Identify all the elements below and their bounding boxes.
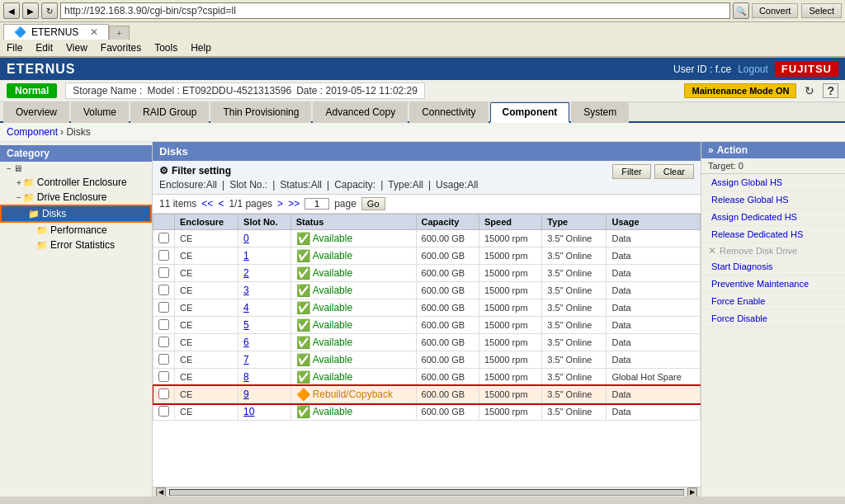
address-bar[interactable]: http://192.168.3.90/cgi-bin/csp?cspid=ll	[60, 2, 730, 19]
tab-bar: 🔷 ETERNUS ✕ +	[0, 22, 845, 40]
menu-edit[interactable]: Edit	[34, 41, 54, 54]
page-number-input[interactable]: 1	[304, 198, 329, 210]
row-speed: 15000 rpm	[479, 334, 541, 351]
slot-link[interactable]: 10	[243, 406, 254, 417]
sidebar-item-drive-enclosure[interactable]: − 📁 Drive Enclosure	[0, 190, 152, 205]
menu-tools[interactable]: Tools	[153, 41, 179, 54]
tab-overview[interactable]: Overview	[3, 102, 69, 123]
tab-connectivity[interactable]: Connectivity	[409, 102, 488, 123]
nav-prev[interactable]: <	[218, 198, 224, 210]
slot-link[interactable]: 6	[243, 337, 249, 348]
status-available-icon: ✅	[296, 284, 310, 297]
row-type: 3.5" Online	[542, 334, 607, 351]
filter-button[interactable]: Filter	[612, 164, 650, 179]
maintenance-mode-button[interactable]: Maintenance Mode ON	[684, 83, 796, 98]
horizontal-scrollbar[interactable]: ◀ ▶	[153, 487, 701, 497]
convert-button[interactable]: Convert	[752, 3, 799, 18]
action-assign-dedicated-hs[interactable]: Assign Dedicated HS	[701, 209, 845, 226]
menu-favorites[interactable]: Favorites	[99, 41, 143, 54]
row-type: 3.5" Online	[542, 369, 607, 386]
slot-link[interactable]: 4	[243, 302, 249, 313]
tab-close-icon[interactable]: ✕	[90, 26, 98, 38]
help-button[interactable]: ?	[823, 83, 838, 98]
nav-first[interactable]: <<	[201, 198, 213, 210]
breadcrumb-parent[interactable]: Component	[7, 126, 58, 138]
action-assign-global-hs[interactable]: Assign Global HS	[701, 174, 845, 191]
action-force-enable[interactable]: Force Enable	[701, 293, 845, 310]
sidebar-item-performance[interactable]: 📁 Performance	[0, 223, 152, 238]
tab-component[interactable]: Component	[490, 102, 570, 123]
row-usage: Data	[607, 334, 701, 351]
row-checkbox[interactable]	[158, 406, 169, 417]
tab-system[interactable]: System	[571, 102, 629, 123]
row-checkbox[interactable]	[158, 302, 169, 313]
slot-link[interactable]: 1	[243, 250, 249, 261]
row-checkbox[interactable]	[158, 371, 169, 382]
row-checkbox-cell	[153, 299, 175, 317]
browser-tab-eternus[interactable]: 🔷 ETERNUS ✕	[3, 24, 109, 40]
tab-thin-provisioning[interactable]: Thin Provisioning	[210, 102, 311, 123]
row-type: 3.5" Online	[542, 317, 607, 334]
sidebar-item-controller-enclosure[interactable]: + 📁 Controller Enclosure	[0, 175, 152, 190]
sidebar-item-root[interactable]: − 🖥	[0, 162, 152, 175]
nav-last[interactable]: >>	[288, 198, 300, 210]
col-capacity: Capacity	[416, 214, 479, 230]
scroll-thumb[interactable]	[169, 489, 684, 496]
status-available-icon: ✅	[296, 249, 310, 262]
row-speed: 15000 rpm	[479, 230, 541, 247]
row-enclosure: CE	[175, 247, 238, 265]
tree-toggle-controller[interactable]: +	[17, 178, 21, 187]
table-row: CE 9 🔶 Rebuild/Copyback 600.00 GB 15000 …	[153, 386, 701, 403]
select-button[interactable]: Select	[801, 3, 842, 18]
action-release-dedicated-hs[interactable]: Release Dedicated HS	[701, 226, 845, 243]
tab-raid-group[interactable]: RAID Group	[130, 102, 209, 123]
sidebar-item-error-statistics[interactable]: 📁 Error Statistics	[0, 238, 152, 252]
scroll-left-btn[interactable]: ◀	[156, 488, 166, 497]
tab-volume[interactable]: Volume	[71, 102, 129, 123]
slot-link[interactable]: 2	[243, 267, 249, 279]
filter-pill-slot-no: Slot No.:	[229, 179, 267, 191]
slot-link[interactable]: 0	[243, 233, 249, 244]
row-checkbox[interactable]	[158, 233, 169, 243]
refresh-icon[interactable]: ↻	[805, 84, 814, 97]
forward-button[interactable]: ▶	[22, 2, 39, 19]
search-button[interactable]: 🔍	[733, 2, 749, 19]
nav-next[interactable]: >	[277, 198, 283, 210]
row-checkbox[interactable]	[158, 389, 169, 399]
sidebar-item-disks[interactable]: 📁 Disks	[0, 205, 152, 223]
row-usage: Data	[607, 265, 701, 282]
clear-button[interactable]: Clear	[654, 164, 694, 179]
row-checkbox[interactable]	[158, 285, 169, 295]
slot-link[interactable]: 8	[243, 371, 249, 383]
row-checkbox[interactable]	[158, 319, 169, 330]
row-checkbox[interactable]	[158, 354, 169, 365]
status-available-icon: ✅	[296, 370, 310, 384]
slot-link[interactable]: 9	[243, 389, 249, 400]
action-release-global-hs[interactable]: Release Global HS	[701, 191, 845, 209]
menu-help[interactable]: Help	[189, 41, 213, 54]
filter-pill-slot: |	[222, 179, 224, 191]
refresh-button[interactable]: ↻	[41, 2, 58, 19]
tab-advanced-copy[interactable]: Advanced Copy	[313, 102, 408, 123]
row-checkbox[interactable]	[158, 267, 169, 278]
slot-link[interactable]: 7	[243, 354, 249, 365]
menu-view[interactable]: View	[64, 41, 89, 54]
back-button[interactable]: ◀	[3, 2, 20, 19]
menu-file[interactable]: File	[5, 41, 24, 54]
tree-toggle-drive[interactable]: −	[17, 193, 21, 202]
action-preventive-maintenance[interactable]: Preventive Maintenance	[701, 276, 845, 293]
logout-link[interactable]: Logout	[738, 64, 768, 75]
go-button[interactable]: Go	[361, 197, 385, 210]
slot-link[interactable]: 5	[243, 319, 249, 331]
row-checkbox[interactable]	[158, 337, 169, 347]
scroll-right-btn[interactable]: ▶	[687, 488, 697, 497]
row-status: ✅ Available	[290, 369, 416, 386]
action-start-diagnosis[interactable]: Start Diagnosis	[701, 258, 845, 276]
slot-link[interactable]: 3	[243, 285, 249, 296]
new-tab-button[interactable]: +	[109, 26, 129, 40]
h-scroll-track[interactable]: ◀ ▶	[156, 488, 697, 497]
row-usage: Data	[607, 386, 701, 403]
action-force-disable[interactable]: Force Disable	[701, 310, 845, 327]
row-checkbox[interactable]	[158, 250, 169, 261]
tree-toggle-root[interactable]: −	[7, 164, 12, 173]
